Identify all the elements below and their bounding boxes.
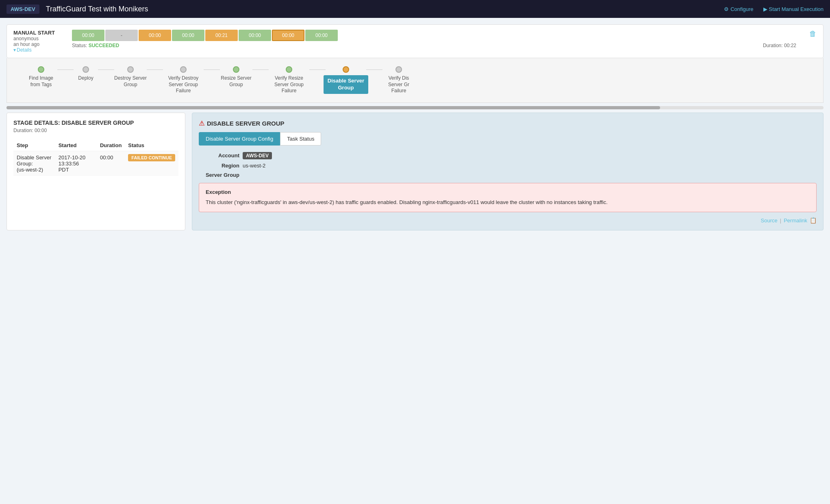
right-panel-title: ⚠ DISABLE SERVER GROUP [199,119,817,127]
execution-header: MANUAL START anonymous an hour ago ▾ Det… [13,30,817,53]
scroll-bar[interactable] [7,106,823,109]
stage-details-title: STAGE DETAILS: DISABLE SERVER GROUP [13,119,178,126]
details-section: STAGE DETAILS: DISABLE SERVER GROUP Dura… [7,113,823,231]
account-label: Account [199,152,239,159]
footer-separator: | [780,217,781,224]
exception-box: Exception This cluster ('nginx-trafficgu… [199,183,817,213]
configure-link[interactable]: ⚙ Configure [724,6,753,12]
account-badge: AWS-DEV [243,152,272,159]
progress-bar-5[interactable]: 00:00 [239,30,271,41]
stage-item-3[interactable]: Verify DestroyServer GroupFailure [155,66,212,94]
tab-config[interactable]: Disable Server Group Config [199,132,280,146]
exception-text: This cluster ('nginx-trafficguards' in a… [206,198,810,206]
config-region-row: Region us-west-2 [199,163,817,169]
stage-dot-0 [38,66,44,73]
progress-section: 00:00 - 00:00 00:00 00:21 00:00 00:00 00… [72,30,796,48]
stage-item-0[interactable]: Find Imagefrom Tags [17,66,65,88]
tab-bar: Disable Server Group Config Task Status [199,132,817,146]
source-link[interactable]: Source [761,217,778,224]
progress-bars: 00:00 - 00:00 00:00 00:21 00:00 00:00 00… [72,30,796,41]
stage-label-7: Verify DisServer GrFailure [388,75,409,94]
stage-dot-2 [127,66,134,73]
execution-card: MANUAL START anonymous an hour ago ▾ Det… [7,24,823,58]
server-group-label: Server Group [199,172,239,178]
stage-details-panel: STAGE DETAILS: DISABLE SERVER GROUP Dura… [7,113,185,231]
progress-bar-3[interactable]: 00:00 [172,30,204,41]
stage-item-4[interactable]: Resize ServerGroup [212,66,261,88]
warning-icon: ⚠ [199,119,204,127]
play-icon: ▶ [763,6,767,12]
chevron-down-icon: ▾ [13,47,16,53]
status-prefix: Status: SUCCEEDED [72,43,119,48]
region-label: Region [199,163,239,169]
failed-continue-badge: FAILED CONTINUE [128,154,175,161]
copy-icon[interactable]: 📋 [810,217,817,224]
region-value: us-west-2 [243,163,265,169]
tab-task-status[interactable]: Task Status [280,132,321,146]
stage-label-2: Destroy ServerGroup [114,75,147,88]
user-label: anonymous [13,36,62,41]
header-actions: ⚙ Configure ▶ Start Manual Execution [724,6,823,12]
status-row: Status: SUCCEEDED Duration: 00:22 [72,43,796,48]
stage-dot-3 [180,66,187,73]
permalink-link[interactable]: Permalink [784,217,807,224]
stage-dot-4 [233,66,239,73]
table-row: Disable Server Group:(us-west-2) 2017-10… [13,151,178,176]
col-duration: Duration [97,140,125,151]
main-content: MANUAL START anonymous an hour ago ▾ Det… [0,18,830,237]
pipeline-title: TrafficGuard Test with Monikers [46,5,148,13]
stage-details-duration: Duration: 00:00 [13,128,178,133]
stage-label-1: Deploy [78,75,93,82]
stages-container: Find Imagefrom Tags Deploy Destroy Serve… [7,58,823,103]
stage-dot-5 [286,66,292,73]
stage-item-5[interactable]: Verify ResizeServer GroupFailure [261,66,317,94]
gear-icon: ⚙ [724,6,729,12]
stage-label-6: Disable ServerGroup [324,75,368,94]
cell-started: 2017-10-20 13:33:56PDT [55,151,97,176]
status-value: SUCCEEDED [89,43,119,48]
panel-footer: Source | Permalink 📋 [199,217,817,224]
progress-bar-0[interactable]: 00:00 [72,30,104,41]
stage-item-1[interactable]: Deploy [65,66,106,82]
stage-label-0: Find Imagefrom Tags [29,75,53,88]
config-server-group-row: Server Group [199,172,817,178]
stage-dot-1 [83,66,89,73]
stage-dot-7 [395,66,402,73]
stage-label-5: Verify ResizeServer GroupFailure [274,75,304,94]
time-label: an hour ago [13,41,62,47]
delete-icon[interactable]: 🗑 [809,30,817,38]
top-header: AWS-DEV TrafficGuard Test with Monikers … [0,0,830,18]
progress-bar-6[interactable]: 00:00 [272,30,304,41]
execution-meta: MANUAL START anonymous an hour ago ▾ Det… [13,30,62,53]
trigger-label: MANUAL START [13,30,62,36]
progress-bar-2[interactable]: 00:00 [139,30,171,41]
duration-label: Duration: 00:22 [763,43,796,48]
app-badge[interactable]: AWS-DEV [7,4,39,14]
scroll-thumb [7,106,660,109]
configure-label: Configure [730,6,753,12]
col-step: Step [13,140,55,151]
col-status: Status [125,140,178,151]
col-started: Started [55,140,97,151]
start-execution-link[interactable]: ▶ Start Manual Execution [763,6,823,12]
stage-label-3: Verify DestroyServer GroupFailure [168,75,199,94]
stages-row: Find Imagefrom Tags Deploy Destroy Serve… [17,66,813,94]
stage-label-4: Resize ServerGroup [221,75,251,88]
stage-dot-6 [343,66,349,73]
progress-bar-4[interactable]: 00:21 [205,30,238,41]
stage-item-2[interactable]: Destroy ServerGroup [106,66,155,88]
exception-title: Exception [206,189,810,195]
progress-bar-7[interactable]: 00:00 [305,30,338,41]
progress-bar-1[interactable]: - [105,30,138,41]
right-panel-heading: DISABLE SERVER GROUP [207,120,285,127]
stage-item-7[interactable]: Verify DisServer GrFailure [374,66,423,94]
cell-status: FAILED CONTINUE [125,151,178,176]
details-table: Step Started Duration Status Disable Ser… [13,140,178,176]
start-execution-label: Start Manual Execution [769,6,823,12]
config-account-row: Account AWS-DEV [199,152,817,159]
cell-duration: 00:00 [97,151,125,176]
details-link[interactable]: ▾ Details [13,47,62,53]
stage-item-6[interactable]: Disable ServerGroup [317,66,374,94]
right-panel: ⚠ DISABLE SERVER GROUP Disable Server Gr… [192,113,823,231]
cell-step: Disable Server Group:(us-west-2) [13,151,55,176]
